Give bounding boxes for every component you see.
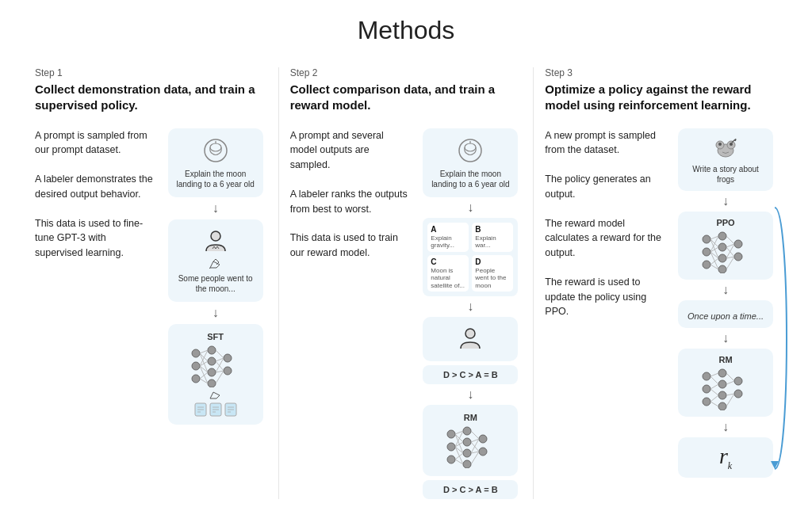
option-b-label: B [475,225,510,234]
svg-line-91 [726,247,734,257]
option-a-label: A [431,225,465,234]
option-c-text: Moon is natural satellite of... [431,267,465,290]
step2-text-col: A prompt and several model outputs are s… [290,128,412,261]
svg-point-72 [703,248,710,256]
svg-line-60 [471,431,479,439]
svg-point-76 [718,254,726,262]
step1-content: A prompt is sampled from our prompt data… [35,128,267,425]
svg-point-73 [703,261,710,269]
step3-card-rm: RM [678,349,773,417]
svg-point-2 [211,231,220,241]
step3-rm-label: RM [718,355,732,364]
step1-card-person: Some people went to the moon... [168,219,263,302]
step2-rank1: D > C > A = B [423,365,518,384]
svg-point-41 [465,329,475,338]
frog-icon [713,135,738,160]
svg-point-78 [734,240,742,248]
step1-card-prompt: Explain the moon landing to a 6 year old [168,128,263,197]
step2-diagram: Explain the moon landing to a 6 year old… [419,128,522,500]
brain-icon [201,136,230,165]
step3-title: Optimize a policy against the reward mod… [545,82,777,114]
rm2-nn-icon [700,367,752,410]
option-b: B Explain war... [472,223,513,252]
svg-line-62 [471,442,479,452]
step2-label: Step 2 [290,67,523,78]
option-b-text: Explain war... [475,234,510,250]
svg-point-4 [192,362,200,370]
step1-sft-label: SFT [207,332,224,341]
svg-line-21 [216,350,224,358]
svg-line-24 [216,358,224,372]
step3-text-1: A new prompt is sampled from the dataset… [545,128,666,158]
step1-card1-text: Explain the moon landing to a 6 year old [176,169,255,189]
svg-line-52 [455,434,463,442]
svg-point-101 [718,402,726,410]
svg-line-81 [710,239,718,247]
ppo-nn-icon [700,230,752,273]
svg-point-42 [447,430,455,438]
option-a: A Explain gravity... [427,223,469,252]
svg-point-9 [208,379,216,387]
svg-line-110 [726,373,734,381]
svg-point-75 [718,243,726,251]
step2-text-2: A labeler ranks the outputs from best to… [290,187,412,217]
step2-card-prompt: Explain the moon landing to a 6 year old [423,128,518,197]
arrow-s2-3: ↓ [467,388,473,401]
step1-title: Collect demonstration data, and train a … [35,82,267,114]
step1-text-2: A labeler demonstrates the desired outpu… [35,172,156,202]
steps-container: Step 1 Collect demonstration data, and t… [24,67,788,499]
arrow-s3-2: ↓ [722,284,729,296]
step3-ppo-label: PPO [716,218,734,227]
svg-point-6 [208,346,216,354]
step1-text-col: A prompt is sampled from our prompt data… [35,128,156,261]
doc1-icon [194,402,207,417]
step1-text-1: A prompt is sampled from our prompt data… [35,128,156,158]
svg-point-50 [479,448,487,456]
svg-line-108 [710,395,718,402]
svg-point-96 [703,385,710,393]
step2-card-rm: RM [423,405,518,476]
person2-icon [456,325,485,353]
option-c: C Moon is natural satellite of... [427,255,469,292]
pen2-icon [209,389,223,400]
step3-reward-display: rk [719,444,732,472]
svg-line-19 [200,372,208,379]
svg-line-105 [710,376,718,384]
svg-point-74 [718,232,726,240]
svg-point-49 [479,435,487,443]
step3-card-prompt: Write a story about frogs [678,128,773,191]
svg-line-107 [710,389,718,395]
svg-point-102 [734,377,742,385]
svg-point-46 [463,438,471,446]
svg-line-109 [710,402,718,406]
svg-point-47 [463,449,471,457]
svg-line-106 [710,384,718,389]
step3-text-4: The reward is used to update the policy … [545,275,666,319]
pen-icon [209,258,223,269]
sft-nn-icon [190,344,241,387]
doc3-icon [224,402,237,417]
option-a-text: Explain gravity... [431,234,465,250]
step2-options-grid: A Explain gravity... B Explain war... C … [423,218,518,297]
step3-text-3: The reward model calculates a reward for… [545,216,666,261]
step2-content: A prompt and several model outputs are s… [290,128,523,500]
svg-point-70 [730,143,733,146]
step3-output-text: Once upon a time... [688,311,764,322]
reward-k: k [728,459,732,471]
option-d-label: D [475,257,510,266]
step3-card-ppo: PPO [678,212,773,280]
arrow-s2-2: ↓ [467,300,473,313]
svg-point-71 [703,235,710,243]
step1-text-3: This data is used to fine-tune GPT-3 wit… [35,216,156,261]
step3-diagram-outer: Write a story about frogs ↓ PPO [674,128,777,479]
step3-label: Step 3 [545,67,777,78]
svg-line-113 [726,394,734,406]
documents-row [194,402,237,417]
arrow1: ↓ [213,202,219,215]
svg-point-11 [224,367,232,375]
brain2-icon [456,136,485,165]
step2-title: Collect comparison data, and train a rew… [290,82,523,114]
svg-point-1 [210,143,221,151]
doc2-icon [209,402,222,417]
reward-r: r [719,444,728,468]
